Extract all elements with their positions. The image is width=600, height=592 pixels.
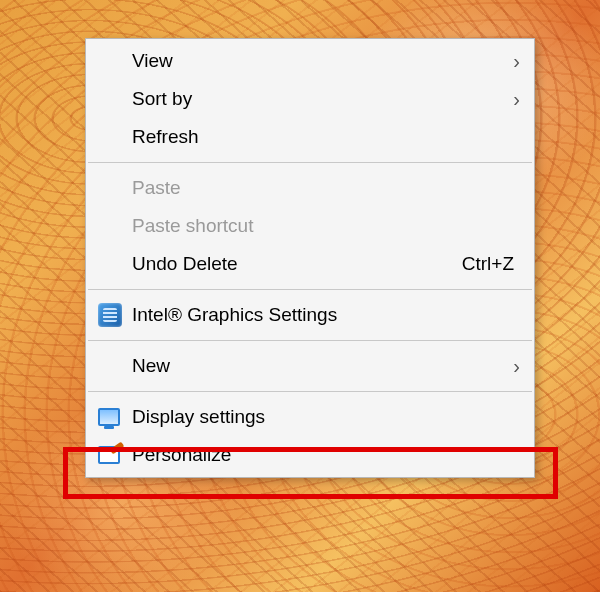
personalize-icon [98, 446, 132, 464]
menu-item-intel-graphics[interactable]: Intel® Graphics Settings [86, 296, 534, 334]
menu-label: View [132, 50, 502, 72]
menu-label: Paste shortcut [132, 215, 520, 237]
chevron-right-icon: › [502, 355, 520, 378]
menu-separator [88, 162, 532, 163]
menu-label: Undo Delete [132, 253, 462, 275]
monitor-icon [98, 408, 132, 426]
intel-graphics-icon [98, 303, 132, 327]
menu-label: Personalize [132, 444, 520, 466]
menu-label: Display settings [132, 406, 520, 428]
chevron-right-icon: › [502, 88, 520, 111]
menu-separator [88, 340, 532, 341]
menu-item-sort-by[interactable]: Sort by › [86, 80, 534, 118]
menu-label: Paste [132, 177, 520, 199]
chevron-right-icon: › [502, 50, 520, 73]
menu-item-refresh[interactable]: Refresh [86, 118, 534, 156]
menu-separator [88, 289, 532, 290]
menu-item-undo-delete[interactable]: Undo Delete Ctrl+Z [86, 245, 534, 283]
menu-label: Sort by [132, 88, 502, 110]
desktop-context-menu: View › Sort by › Refresh Paste Paste sho… [85, 38, 535, 478]
menu-label: Refresh [132, 126, 520, 148]
menu-item-view[interactable]: View › [86, 42, 534, 80]
menu-item-paste: Paste [86, 169, 534, 207]
menu-item-personalize[interactable]: Personalize [86, 436, 534, 474]
menu-item-new[interactable]: New › [86, 347, 534, 385]
menu-label: New [132, 355, 502, 377]
menu-label: Intel® Graphics Settings [132, 304, 520, 326]
menu-separator [88, 391, 532, 392]
menu-shortcut: Ctrl+Z [462, 253, 520, 275]
menu-item-display-settings[interactable]: Display settings [86, 398, 534, 436]
menu-item-paste-shortcut: Paste shortcut [86, 207, 534, 245]
